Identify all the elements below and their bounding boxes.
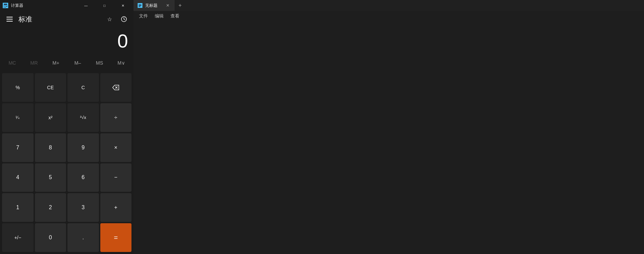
one-key[interactable]: 1 bbox=[2, 193, 34, 222]
zero-key[interactable]: 0 bbox=[35, 223, 66, 252]
calc-mode: 标准 bbox=[18, 15, 101, 24]
maximize-button[interactable]: □ bbox=[97, 0, 112, 11]
eight-key[interactable]: 8 bbox=[35, 133, 66, 162]
mc-button[interactable]: MC bbox=[1, 56, 23, 70]
nine-key[interactable]: 9 bbox=[67, 133, 99, 162]
keypad: % CE C ¹⁄ₓ x² ²√x ÷ 7 8 9 × 4 5 6 − 1 2 … bbox=[0, 71, 134, 254]
six-key[interactable]: 6 bbox=[67, 163, 99, 192]
multiply-key[interactable]: × bbox=[100, 133, 132, 162]
tab-title: 无标题 bbox=[145, 3, 162, 9]
seven-key[interactable]: 7 bbox=[2, 133, 34, 162]
tab-close-button[interactable]: ✕ bbox=[165, 3, 171, 8]
menu-icon bbox=[7, 19, 13, 19]
display-value: 0 bbox=[117, 30, 128, 52]
tabs-area: 无标题 ✕ + bbox=[134, 0, 644, 11]
new-tab-button[interactable]: + bbox=[175, 0, 186, 11]
mplus-button[interactable]: M+ bbox=[45, 56, 67, 70]
view-menu[interactable]: 查看 bbox=[168, 12, 182, 20]
menu-icon bbox=[7, 17, 13, 17]
mrecall-button[interactable]: M∨ bbox=[110, 56, 132, 70]
decimal-key[interactable]: . bbox=[67, 223, 99, 252]
percent-key[interactable]: % bbox=[2, 73, 34, 102]
notepad-tab-icon bbox=[138, 3, 142, 8]
close-button[interactable]: ✕ bbox=[115, 0, 131, 11]
menu-button[interactable] bbox=[4, 14, 15, 25]
svg-rect-2 bbox=[4, 5, 4, 6]
edit-menu[interactable]: 编辑 bbox=[152, 12, 166, 20]
svg-rect-1 bbox=[4, 4, 7, 5]
c-key[interactable]: C bbox=[67, 73, 99, 102]
sqrt-key[interactable]: ²√x bbox=[67, 103, 99, 132]
notepad-tab[interactable]: 无标题 ✕ bbox=[134, 0, 175, 11]
backspace-key[interactable] bbox=[100, 73, 132, 102]
mr-button[interactable]: MR bbox=[23, 56, 45, 70]
notepad-content[interactable] bbox=[134, 21, 644, 254]
equals-key[interactable]: = bbox=[100, 223, 132, 252]
calculator-icon bbox=[3, 3, 8, 8]
history-button[interactable] bbox=[118, 14, 129, 25]
four-key[interactable]: 4 bbox=[2, 163, 34, 192]
file-menu[interactable]: 文件 bbox=[136, 12, 151, 20]
menu-icon bbox=[7, 21, 13, 22]
svg-rect-6 bbox=[5, 7, 6, 8]
add-key[interactable]: + bbox=[100, 193, 132, 222]
calc-titlebar: 计算器 — □ ✕ bbox=[0, 0, 134, 11]
calculator-window: 计算器 — □ ✕ 标准 ☆ 0 MC MR M+ M– MS M∨ bbox=[0, 0, 134, 254]
reciprocal-key[interactable]: ¹⁄ₓ bbox=[2, 103, 34, 132]
negate-key[interactable]: +/− bbox=[2, 223, 34, 252]
notepad-menubar: 文件 编辑 查看 bbox=[134, 11, 644, 21]
notepad-titlebar: 无标题 ✕ + bbox=[134, 0, 644, 11]
square-key[interactable]: x² bbox=[35, 103, 66, 132]
three-key[interactable]: 3 bbox=[67, 193, 99, 222]
five-key[interactable]: 5 bbox=[35, 163, 66, 192]
subtract-key[interactable]: − bbox=[100, 163, 132, 192]
svg-rect-3 bbox=[5, 5, 6, 6]
divide-key[interactable]: ÷ bbox=[100, 103, 132, 132]
two-key[interactable]: 2 bbox=[35, 193, 66, 222]
minimize-button[interactable]: — bbox=[78, 0, 94, 11]
svg-rect-5 bbox=[4, 7, 4, 8]
mminus-button[interactable]: M– bbox=[67, 56, 89, 70]
ce-key[interactable]: CE bbox=[35, 73, 66, 102]
notepad-window: 无标题 ✕ + 文件 编辑 查看 bbox=[134, 0, 644, 254]
calc-display: 0 bbox=[0, 27, 134, 55]
ms-button[interactable]: MS bbox=[89, 56, 111, 70]
bookmark-button[interactable]: ☆ bbox=[104, 14, 115, 25]
memory-row: MC MR M+ M– MS M∨ bbox=[0, 55, 134, 71]
svg-rect-4 bbox=[7, 5, 7, 7]
calc-header: 标准 ☆ bbox=[0, 11, 134, 27]
calc-title: 计算器 bbox=[11, 3, 75, 9]
